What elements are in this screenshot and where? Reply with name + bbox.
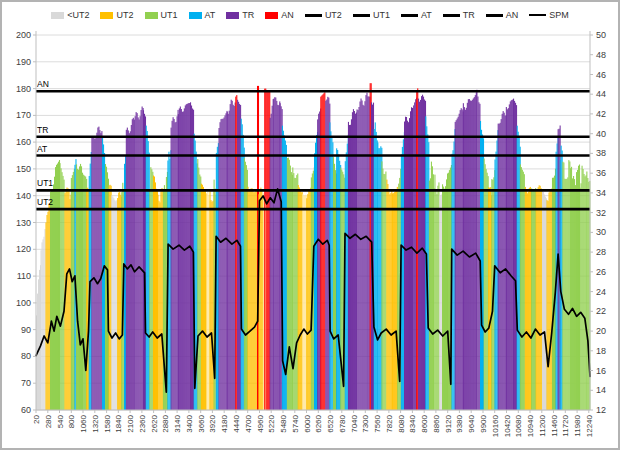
svg-text:170: 170 <box>16 110 31 120</box>
svg-text:11720: 11720 <box>561 414 570 436</box>
svg-text:34: 34 <box>596 188 606 198</box>
svg-text:11200: 11200 <box>538 414 547 436</box>
svg-text:280: 280 <box>44 414 53 428</box>
svg-text:1320: 1320 <box>91 414 100 432</box>
svg-text:36: 36 <box>596 168 606 178</box>
svg-text:6260: 6260 <box>314 414 323 432</box>
svg-text:6780: 6780 <box>338 414 347 432</box>
svg-text:6520: 6520 <box>326 414 335 432</box>
svg-text:11460: 11460 <box>550 414 559 436</box>
svg-text:9900: 9900 <box>479 414 488 432</box>
svg-text:46: 46 <box>596 70 606 80</box>
svg-text:42: 42 <box>596 109 606 119</box>
svg-text:3140: 3140 <box>173 414 182 432</box>
svg-text:3660: 3660 <box>197 414 206 432</box>
svg-text:1060: 1060 <box>79 414 88 432</box>
svg-text:120: 120 <box>16 244 31 254</box>
svg-text:50: 50 <box>596 30 606 40</box>
threshold-label-AT: AT <box>37 144 47 154</box>
svg-text:40: 40 <box>596 129 606 139</box>
svg-text:26: 26 <box>596 267 606 277</box>
svg-text:70: 70 <box>21 378 31 388</box>
svg-text:16: 16 <box>596 366 606 376</box>
x-axis: 2028054080010601320158018402100236026202… <box>32 410 594 437</box>
svg-text:30: 30 <box>596 227 606 237</box>
svg-text:8600: 8600 <box>420 414 429 432</box>
svg-text:540: 540 <box>56 414 65 428</box>
svg-text:22: 22 <box>596 306 606 316</box>
svg-text:80: 80 <box>21 351 31 361</box>
chart-figure: <UT2UT2UT1ATTRANUT2UT1ATTRANSPM ANTRATUT… <box>0 0 620 450</box>
svg-text:800: 800 <box>67 414 76 428</box>
svg-text:12: 12 <box>596 405 606 415</box>
svg-text:4180: 4180 <box>220 414 229 432</box>
svg-text:110: 110 <box>17 271 31 281</box>
svg-text:150: 150 <box>16 164 31 174</box>
threshold-label-UT1: UT1 <box>37 178 53 188</box>
chart-canvas: ANTRATUT1UT22001901801701601501401301201… <box>2 2 620 450</box>
svg-text:4960: 4960 <box>256 414 265 432</box>
svg-text:8340: 8340 <box>408 414 417 432</box>
svg-text:20: 20 <box>596 326 606 336</box>
svg-text:140: 140 <box>16 191 31 201</box>
svg-text:20: 20 <box>32 414 41 423</box>
svg-text:8860: 8860 <box>432 414 441 432</box>
svg-text:10680: 10680 <box>514 414 523 437</box>
svg-text:6000: 6000 <box>303 414 312 432</box>
svg-text:48: 48 <box>596 50 606 60</box>
svg-text:28: 28 <box>596 247 606 257</box>
svg-text:130: 130 <box>16 218 31 228</box>
svg-text:11980: 11980 <box>573 414 582 436</box>
svg-text:14: 14 <box>596 385 606 395</box>
svg-text:7300: 7300 <box>361 414 370 432</box>
svg-text:60: 60 <box>21 405 31 415</box>
svg-text:10940: 10940 <box>526 414 535 437</box>
svg-text:3400: 3400 <box>185 414 194 432</box>
svg-text:10160: 10160 <box>491 414 500 437</box>
threshold-label-AN: AN <box>37 79 49 89</box>
svg-text:7820: 7820 <box>385 414 394 432</box>
svg-text:5740: 5740 <box>291 414 300 432</box>
svg-text:9120: 9120 <box>444 414 453 432</box>
svg-text:32: 32 <box>596 208 606 218</box>
svg-text:2360: 2360 <box>138 414 147 432</box>
svg-text:12240: 12240 <box>585 414 594 437</box>
svg-text:100: 100 <box>16 298 31 308</box>
svg-text:2620: 2620 <box>150 414 159 432</box>
svg-text:190: 190 <box>16 57 31 67</box>
svg-text:160: 160 <box>16 137 31 147</box>
threshold-label-UT2: UT2 <box>37 197 53 207</box>
threshold-label-TR: TR <box>37 125 48 135</box>
svg-text:3920: 3920 <box>208 414 217 432</box>
svg-text:200: 200 <box>16 30 31 40</box>
svg-text:7040: 7040 <box>350 414 359 432</box>
svg-text:90: 90 <box>21 325 31 335</box>
svg-text:5480: 5480 <box>279 414 288 432</box>
svg-text:180: 180 <box>16 84 31 94</box>
svg-text:1580: 1580 <box>103 414 112 432</box>
svg-text:18: 18 <box>596 346 606 356</box>
svg-text:5220: 5220 <box>267 414 276 432</box>
y-axis-left: 2001901801701601501401301201101009080706… <box>16 30 36 415</box>
svg-text:9640: 9640 <box>467 414 476 432</box>
svg-text:8080: 8080 <box>397 414 406 432</box>
svg-text:44: 44 <box>596 89 606 99</box>
y-axis-right: 5048464442403836343230282624222018161412 <box>590 30 606 415</box>
svg-text:7560: 7560 <box>373 414 382 432</box>
svg-text:10420: 10420 <box>503 414 512 437</box>
svg-text:2100: 2100 <box>126 414 135 432</box>
svg-text:24: 24 <box>596 287 606 297</box>
svg-text:9380: 9380 <box>455 414 464 432</box>
svg-text:4700: 4700 <box>244 414 253 432</box>
svg-text:4440: 4440 <box>232 414 241 432</box>
svg-text:38: 38 <box>596 148 606 158</box>
svg-text:1840: 1840 <box>114 414 123 432</box>
svg-text:2880: 2880 <box>161 414 170 432</box>
